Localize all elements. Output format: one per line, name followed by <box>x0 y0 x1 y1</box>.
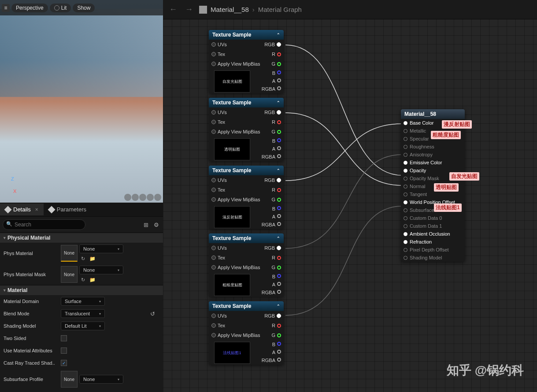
input-pin[interactable] <box>404 137 407 141</box>
vp-icon[interactable] <box>124 194 131 201</box>
output-pin[interactable] <box>277 246 281 250</box>
input-pin[interactable] <box>404 153 407 157</box>
material-pin[interactable]: Ambient Occlusion <box>401 230 465 238</box>
show-dropdown[interactable]: Show <box>73 4 95 12</box>
material-pin[interactable]: Opacity Mask <box>401 174 465 182</box>
input-pin[interactable] <box>404 121 407 125</box>
input-pin[interactable] <box>404 232 407 236</box>
input-pin[interactable] <box>211 246 216 250</box>
material-pin[interactable]: Custom Data 0 <box>401 214 465 222</box>
section-material[interactable]: Material <box>0 285 163 295</box>
input-pin[interactable] <box>404 145 407 149</box>
output-pin[interactable] <box>277 138 281 142</box>
section-physical-material[interactable]: Physical Material <box>0 233 163 243</box>
use-selected-icon[interactable]: ↻ <box>79 255 86 262</box>
material-pin[interactable]: Shading Model <box>401 254 465 262</box>
node-header[interactable]: Material__58 <box>401 109 465 119</box>
subsurface-dropdown[interactable]: None <box>79 375 123 384</box>
phys-material-mask-dropdown[interactable]: None <box>79 266 123 274</box>
output-pin[interactable] <box>277 222 281 226</box>
texture-sample-node[interactable]: Texture Sample⌃ UVsRGB TexR Apply View M… <box>209 233 284 297</box>
input-pin[interactable] <box>211 42 216 47</box>
material-pin[interactable]: World Position Offset <box>401 198 465 206</box>
material-pin[interactable]: Tangent <box>401 190 465 198</box>
node-header[interactable]: Texture Sample⌃ <box>209 233 284 243</box>
output-pin[interactable] <box>277 62 281 66</box>
lit-dropdown[interactable]: Lit <box>50 4 71 12</box>
output-pin[interactable] <box>277 78 281 82</box>
input-pin[interactable] <box>211 265 216 270</box>
input-pin[interactable] <box>404 224 407 228</box>
use-selected-icon[interactable]: ↻ <box>79 276 86 283</box>
input-pin[interactable] <box>211 52 216 56</box>
input-pin[interactable] <box>211 323 216 328</box>
texture-sample-node[interactable]: Texture Sample⌃ UVsRGB TexR Apply View M… <box>209 98 284 161</box>
output-pin[interactable] <box>277 256 281 260</box>
perspective-dropdown[interactable]: Perspective <box>11 4 48 12</box>
search-input[interactable] <box>3 219 85 230</box>
browse-icon[interactable]: 📁 <box>89 255 96 262</box>
collapse-icon[interactable]: ⌃ <box>277 33 280 37</box>
output-pin[interactable] <box>277 282 281 286</box>
collapse-icon[interactable]: ⌃ <box>277 168 280 173</box>
output-pin[interactable] <box>277 110 281 115</box>
input-pin[interactable] <box>211 110 216 115</box>
output-pin[interactable] <box>277 314 281 318</box>
input-pin[interactable] <box>404 256 407 260</box>
node-header[interactable]: Texture Sample⌃ <box>209 301 284 311</box>
use-mat-attr-checkbox[interactable] <box>61 348 67 354</box>
input-pin[interactable] <box>404 129 407 133</box>
output-pin[interactable] <box>277 188 281 192</box>
input-pin[interactable] <box>404 200 407 204</box>
two-sided-checkbox[interactable] <box>61 335 67 341</box>
material-output-node[interactable]: Material__58 Base ColorMetallicSpecularR… <box>401 109 465 262</box>
input-pin[interactable] <box>211 120 216 124</box>
input-pin[interactable] <box>211 178 216 182</box>
material-pin[interactable]: Normal <box>401 182 465 190</box>
reset-icon[interactable]: ↺ <box>150 311 155 317</box>
thumbnail-slot[interactable]: None <box>61 266 78 283</box>
output-pin[interactable] <box>277 324 281 328</box>
material-pin[interactable]: Subsurface Color <box>401 206 465 214</box>
material-graph[interactable]: ← → Material__58 › Material Graph Textur… <box>163 0 537 392</box>
material-pin[interactable]: Custom Data 1 <box>401 222 465 230</box>
cast-ray-checkbox[interactable] <box>61 360 67 366</box>
output-pin[interactable] <box>277 130 281 134</box>
output-pin[interactable] <box>277 342 281 346</box>
output-pin[interactable] <box>277 178 281 182</box>
gear-icon[interactable]: ⚙ <box>152 221 160 229</box>
thumbnail-slot[interactable]: None <box>61 245 78 262</box>
output-pin[interactable] <box>277 70 281 74</box>
output-pin[interactable] <box>277 274 281 278</box>
node-header[interactable]: Texture Sample⌃ <box>209 98 284 107</box>
output-pin[interactable] <box>277 350 281 354</box>
input-pin[interactable] <box>404 161 407 165</box>
node-header[interactable]: Texture Sample⌃ <box>209 30 284 40</box>
texture-sample-node[interactable]: Texture Sample⌃ UVsRGB TexR Apply View M… <box>209 301 284 365</box>
input-pin[interactable] <box>211 333 216 337</box>
vp-icon[interactable] <box>154 194 161 201</box>
viewport-3d[interactable]: Z X <box>0 0 163 203</box>
input-pin[interactable] <box>404 185 407 189</box>
thumbnail-slot[interactable]: None <box>61 371 78 388</box>
collapse-icon[interactable]: ⌃ <box>277 236 280 240</box>
browse-icon[interactable]: 📁 <box>89 276 96 283</box>
output-pin[interactable] <box>277 290 281 294</box>
input-pin[interactable] <box>211 188 216 192</box>
output-pin[interactable] <box>277 333 281 337</box>
material-pin[interactable]: Specular <box>401 135 465 143</box>
breadcrumb-material[interactable]: Material__58 <box>211 6 249 13</box>
input-pin[interactable] <box>404 216 407 220</box>
shading-model-dropdown[interactable]: Default Lit <box>61 322 105 330</box>
output-pin[interactable] <box>277 358 281 362</box>
breadcrumb-graph[interactable]: Material Graph <box>258 6 302 13</box>
phys-material-dropdown[interactable]: None <box>79 244 123 253</box>
input-pin[interactable] <box>404 192 407 196</box>
material-pin[interactable]: Pixel Depth Offset <box>401 246 465 254</box>
material-pin[interactable]: Emissive Color <box>401 159 465 166</box>
input-pin[interactable] <box>211 129 216 134</box>
material-pin[interactable]: Refraction <box>401 238 465 246</box>
close-icon[interactable]: × <box>35 207 38 213</box>
input-pin[interactable] <box>211 62 216 66</box>
vp-icon[interactable] <box>139 194 146 201</box>
